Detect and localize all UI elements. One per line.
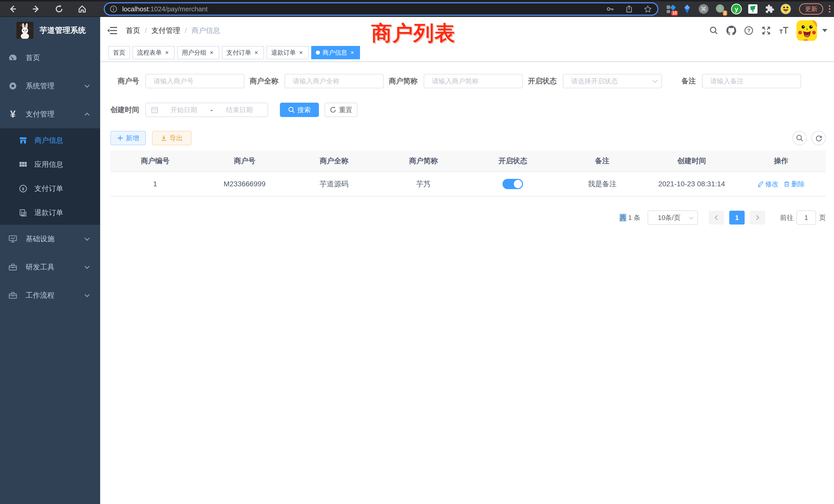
logo[interactable]: 芋道管理系统 — [0, 17, 100, 44]
sidebar-item-pay-order[interactable]: ¥ 支付订单 — [0, 177, 100, 201]
site-info-icon[interactable] — [110, 5, 117, 13]
sidebar-item-system[interactable]: 系统管理 — [0, 72, 100, 100]
refresh-button[interactable] — [811, 131, 826, 145]
prev-page-button[interactable] — [709, 211, 724, 225]
date-start-input[interactable]: 开始日期 — [158, 106, 210, 114]
browser-back-button[interactable] — [5, 1, 21, 17]
svg-text:⌘: ⌘ — [701, 6, 706, 12]
cell-full-name: 芋道源码 — [289, 172, 379, 196]
sidebar-item-merchant-info[interactable]: 商户信息 — [0, 128, 100, 153]
remark-input[interactable] — [702, 74, 801, 88]
export-button[interactable]: 导出 — [152, 131, 192, 145]
chevron-up-icon — [85, 113, 90, 118]
header-search-icon[interactable] — [705, 22, 723, 39]
content: 商户号 商户全称 商户简称 开启状态 请选择开启状态 — [100, 62, 834, 504]
page-size-select[interactable]: 10条/页 — [648, 210, 698, 225]
delete-link[interactable]: 删除 — [784, 180, 805, 189]
browser-forward-button[interactable] — [28, 1, 44, 17]
share-icon[interactable] — [625, 5, 633, 13]
page-1-button[interactable]: 1 — [729, 211, 745, 225]
tab-pay-order[interactable]: 支付订单× — [222, 46, 264, 59]
extension-command-icon[interactable]: ⌘ — [697, 3, 710, 15]
browser-update-button[interactable]: 更新 — [799, 3, 823, 15]
chevron-down-icon — [85, 264, 90, 269]
tab-user-group[interactable]: 用户分组× — [177, 46, 219, 59]
status-toggle[interactable] — [503, 179, 523, 189]
sidebar-item-infra[interactable]: 基础设施 — [0, 225, 100, 253]
tab-home[interactable]: 首页 — [108, 46, 130, 59]
search-button[interactable]: 搜索 — [280, 102, 319, 117]
pagination: 共 1 条 10条/页 1 前往 页 — [110, 210, 826, 225]
browser-home-button[interactable] — [74, 1, 90, 17]
extension-y-icon[interactable]: y — [730, 3, 743, 15]
close-icon[interactable]: × — [298, 49, 304, 56]
edit-link[interactable]: 修改 — [758, 180, 778, 189]
fullscreen-icon[interactable] — [758, 22, 775, 39]
status-select[interactable]: 请选择开启状态 — [563, 74, 662, 88]
chevron-down-icon — [689, 215, 694, 220]
github-icon[interactable] — [723, 22, 740, 39]
next-page-button[interactable] — [750, 211, 765, 225]
close-icon[interactable]: × — [349, 49, 355, 56]
bookmark-star-icon[interactable] — [643, 5, 652, 13]
browser-menu-icon[interactable] — [827, 3, 832, 15]
table-header: 商户编号 商户号 商户全称 商户简称 开启状态 备注 创建时间 操作 — [110, 151, 826, 172]
yen-circle-icon: ¥ — [19, 184, 27, 193]
close-icon[interactable]: × — [253, 49, 259, 56]
filter-row-1: 商户号 商户全称 商户简称 开启状态 请选择开启状态 — [110, 74, 826, 88]
sidebar: 芋道管理系统 首页 系统管理 ¥ 支付管理 — [0, 17, 100, 504]
sidebar-item-pay[interactable]: ¥ 支付管理 — [0, 100, 100, 128]
svg-text:?: ? — [747, 28, 750, 33]
close-icon[interactable]: × — [164, 49, 170, 56]
sidebar-item-home[interactable]: 首页 — [0, 44, 100, 72]
date-end-input[interactable]: 结束日期 — [214, 106, 265, 114]
browser-reload-button[interactable] — [51, 1, 67, 17]
sidebar-item-refund-order[interactable]: 退款订单 — [0, 201, 100, 225]
extensions-puzzle-icon[interactable] — [763, 3, 775, 15]
extension-gem-icon[interactable] — [681, 3, 693, 15]
url-text[interactable]: localhost:1024/pay/merchant — [122, 5, 207, 13]
pay-submenu: 商户信息 应用信息 ¥ 支付订单 — [0, 128, 100, 225]
short-name-input[interactable] — [424, 74, 523, 88]
toggle-search-button[interactable] — [792, 131, 807, 145]
chevron-down-icon — [85, 83, 90, 88]
tags-bar: 首页 流程表单× 用户分组× 支付订单× 退款订单× 商户信息× — [100, 44, 834, 62]
extension-recorder-icon[interactable]: 1 — [714, 3, 726, 15]
address-bar[interactable]: localhost:1024/pay/merchant — [104, 2, 658, 16]
merchant-no-input[interactable] — [145, 74, 244, 88]
pagination-goto: 前往 页 — [780, 210, 826, 225]
gear-icon — [8, 81, 18, 91]
sidebar-item-devtools[interactable]: 研发工具 — [0, 253, 100, 281]
password-key-icon[interactable] — [606, 5, 615, 13]
col-short-name: 商户简称 — [379, 151, 468, 171]
tab-process-form[interactable]: 流程表单× — [132, 46, 175, 59]
font-size-icon[interactable] — [775, 22, 792, 39]
cell-merchant-id: 1 — [110, 172, 200, 196]
filter-label: 商户全称 — [249, 76, 285, 86]
merchant-name-input[interactable] — [285, 74, 383, 88]
navbar-actions: ? — [705, 20, 834, 41]
close-icon[interactable]: × — [208, 49, 215, 56]
extension-emoji-icon[interactable] — [780, 3, 792, 15]
avatar[interactable] — [796, 20, 817, 41]
caret-down-icon[interactable] — [822, 29, 827, 32]
date-range-picker[interactable]: 开始日期 - 结束日期 — [145, 102, 268, 117]
extension-keep-icon[interactable] — [747, 3, 759, 15]
filter-label: 商户简称 — [389, 76, 424, 86]
sidebar-item-app-info[interactable]: 应用信息 — [0, 153, 100, 177]
add-button[interactable]: 新增 — [110, 131, 146, 145]
extension-badge: 10 — [671, 10, 678, 16]
sidebar-item-workflow[interactable]: 工作流程 — [0, 281, 100, 310]
chevron-down-icon — [653, 78, 658, 83]
extension-blocker-icon[interactable]: 10 — [664, 3, 677, 15]
goto-page-input[interactable] — [796, 210, 816, 225]
breadcrumb-pay[interactable]: 支付管理 — [152, 26, 180, 36]
tab-merchant-info[interactable]: 商户信息× — [311, 46, 360, 59]
navbar: 首页 / 支付管理 / 商户信息 商户列表 ? — [100, 17, 834, 44]
breadcrumb-home[interactable]: 首页 — [126, 26, 140, 36]
reset-button[interactable]: 重置 — [325, 102, 357, 117]
col-status: 开启状态 — [468, 151, 557, 171]
tab-refund-order[interactable]: 退款订单× — [266, 46, 309, 59]
help-icon[interactable]: ? — [740, 22, 758, 39]
sidebar-toggle-button[interactable] — [100, 17, 124, 44]
